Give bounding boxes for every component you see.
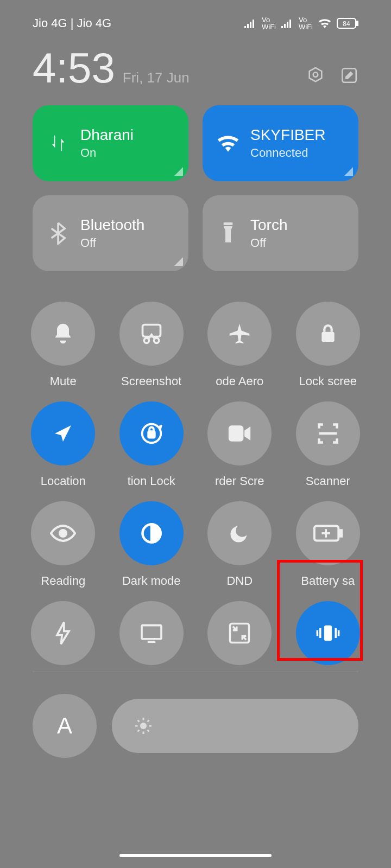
- battery-saver-toggle[interactable]: Battery sa: [292, 501, 364, 588]
- svg-rect-24: [339, 530, 342, 537]
- svg-rect-4: [281, 26, 283, 28]
- svg-rect-25: [142, 626, 161, 639]
- performance-toggle[interactable]: [27, 601, 99, 665]
- status-icons: VoWiFi VoWiFi 84: [244, 16, 358, 30]
- edit-icon[interactable]: [340, 66, 358, 85]
- svg-rect-13: [224, 222, 233, 225]
- svg-rect-6: [287, 22, 288, 28]
- dnd-toggle[interactable]: DND: [204, 501, 276, 588]
- location-toggle[interactable]: Location: [27, 401, 99, 488]
- auto-brightness-button[interactable]: A: [33, 694, 97, 758]
- svg-rect-19: [148, 431, 155, 438]
- expand-corner-icon: [174, 167, 183, 176]
- arrows-in-icon: [228, 622, 251, 644]
- lock-screen-toggle[interactable]: Lock scree: [292, 302, 364, 388]
- cast-toggle[interactable]: [116, 601, 188, 665]
- lock-icon: [317, 323, 339, 344]
- sun-icon: [134, 716, 153, 736]
- dark-mode-toggle[interactable]: Dark mode: [116, 501, 188, 588]
- svg-text:84: 84: [343, 20, 350, 28]
- mobile-data-tile[interactable]: Dharani On: [33, 105, 188, 181]
- signal2-icon: [281, 18, 293, 28]
- svg-point-11: [313, 72, 318, 77]
- wifi-tile-sub: Connected: [250, 146, 325, 160]
- bluetooth-icon: [50, 222, 66, 245]
- contrast-icon: [140, 521, 163, 545]
- reading-mode-toggle[interactable]: Reading: [27, 501, 99, 588]
- battery-plus-icon: [313, 525, 343, 542]
- signal-icon: [244, 18, 256, 28]
- clock-time: 4:53: [33, 47, 115, 89]
- quick-settings-grid: Mute Screenshot ode Aero Lock scree Loca…: [0, 285, 391, 665]
- bolt-icon: [54, 621, 72, 645]
- svg-rect-5: [284, 24, 286, 28]
- wifi-icon: [217, 135, 239, 152]
- eye-icon: [50, 525, 76, 542]
- moon-icon: [229, 522, 250, 544]
- status-bar: Jio 4G | Jio 4G VoWiFi VoWiFi 84: [0, 0, 391, 36]
- bt-tile-title: Bluetooth: [80, 216, 144, 234]
- floating-window-toggle[interactable]: [204, 601, 276, 665]
- data-arrows-icon: [49, 132, 67, 154]
- bt-tile-sub: Off: [80, 236, 144, 250]
- scanner-toggle[interactable]: Scanner: [292, 401, 364, 488]
- clock-date: Fri, 17 Jun: [123, 69, 190, 86]
- svg-rect-2: [250, 22, 251, 28]
- bell-icon: [51, 322, 75, 346]
- wifi-tile[interactable]: SKYFIBER Connected: [203, 105, 358, 181]
- torch-tile-title: Torch: [250, 216, 287, 234]
- battery-status-icon: 84: [337, 18, 358, 29]
- svg-point-28: [140, 723, 147, 729]
- svg-rect-17: [321, 332, 334, 342]
- svg-point-15: [144, 338, 149, 343]
- screen-record-toggle[interactable]: rder Scre: [204, 401, 276, 488]
- location-arrow-icon: [52, 423, 74, 444]
- vibrate-icon: [314, 623, 342, 643]
- auto-label: A: [57, 713, 72, 739]
- svg-rect-20: [229, 425, 244, 441]
- svg-point-21: [60, 530, 66, 537]
- screenshot-toggle[interactable]: Screenshot: [116, 302, 188, 388]
- airplane-icon: [228, 322, 251, 346]
- scanner-icon: [316, 422, 340, 445]
- svg-rect-3: [253, 20, 254, 28]
- svg-point-16: [154, 338, 159, 343]
- carrier-text: Jio 4G | Jio 4G: [33, 16, 111, 30]
- torch-icon: [221, 222, 235, 244]
- wifi-status-icon: [318, 18, 331, 28]
- bluetooth-tile[interactable]: Bluetooth Off: [33, 195, 188, 271]
- rotation-lock-toggle[interactable]: tion Lock: [116, 401, 188, 488]
- wifi-tile-title: SKYFIBER: [250, 126, 325, 144]
- scissors-icon: [140, 322, 163, 346]
- rotation-lock-icon: [139, 421, 164, 446]
- nav-home-bar[interactable]: [119, 854, 272, 857]
- video-icon: [228, 424, 251, 443]
- svg-rect-7: [289, 20, 291, 28]
- vowifi-icon: VoWiFi: [262, 16, 276, 30]
- expand-corner-icon: [344, 167, 353, 176]
- header: 4:53 Fri, 17 Jun: [0, 36, 391, 105]
- svg-rect-27: [324, 626, 332, 641]
- torch-tile-sub: Off: [250, 236, 287, 250]
- data-tile-sub: On: [80, 146, 134, 160]
- airplane-toggle[interactable]: ode Aero: [204, 302, 276, 388]
- svg-rect-1: [247, 24, 249, 28]
- svg-rect-9: [356, 21, 358, 25]
- svg-rect-0: [244, 26, 246, 28]
- data-tile-title: Dharani: [80, 126, 134, 144]
- cast-icon: [140, 623, 163, 643]
- mute-toggle[interactable]: Mute: [27, 302, 99, 388]
- torch-tile[interactable]: Torch Off: [203, 195, 358, 271]
- brightness-slider[interactable]: [112, 699, 358, 753]
- settings-icon[interactable]: [306, 66, 325, 85]
- expand-corner-icon: [174, 257, 183, 266]
- vowifi2-icon: VoWiFi: [299, 16, 313, 30]
- vibrate-toggle[interactable]: [292, 601, 364, 665]
